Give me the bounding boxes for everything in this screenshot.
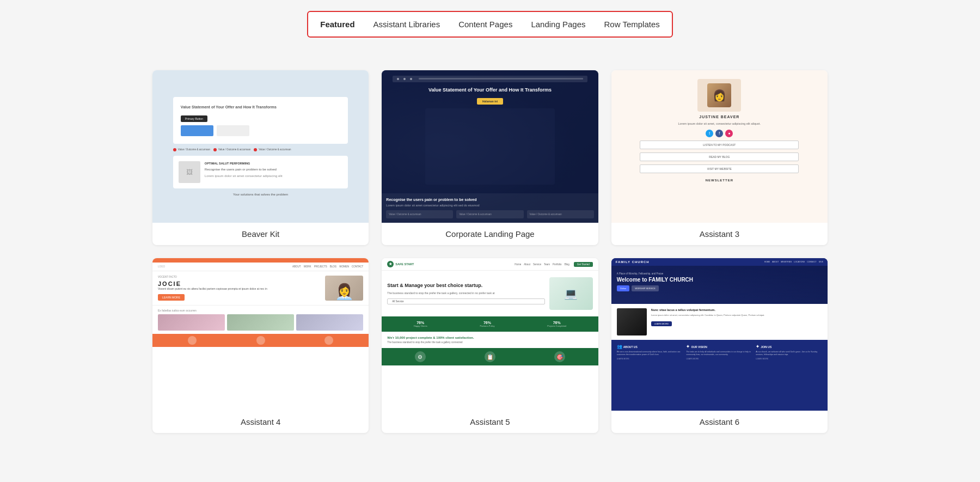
tab-content-pages[interactable]: Content Pages xyxy=(457,17,513,31)
a5-bottom: ⚙ 📋 🎯 xyxy=(382,348,598,365)
a3-instagram-btn[interactable]: ● xyxy=(725,130,733,137)
a3-twitter-btn[interactable]: t xyxy=(706,130,713,137)
a3-newsletter-label: NEWSLETTER xyxy=(706,179,733,182)
a3-socials: t f ● xyxy=(706,130,733,137)
template-card-assistant3[interactable]: 👩 JUSTINE BEAVER Lorem ipsum dolor sit a… xyxy=(611,70,828,245)
corp-hero-title: Value Statement of Your Offer and How It… xyxy=(428,87,552,94)
a5-hero-text: Start & Manage your best choice startup.… xyxy=(387,283,544,304)
a4-hero: VOCENT FACTO JOCIE Vocent dicam putent e… xyxy=(152,271,369,305)
template-card-assistant6[interactable]: FAMILY CHURCH HOME ABOUT MINISTRIES LOCA… xyxy=(611,258,828,433)
a5-bottom-icon-1: ⚙ xyxy=(415,351,426,362)
a3-name: JUSTINE BEAVER xyxy=(699,115,739,119)
template-name-assistant6: Assistant 6 xyxy=(611,411,828,433)
preview-assistant3: 👩 JUSTINE BEAVER Lorem ipsum dolor sit a… xyxy=(611,70,828,223)
a6-content-text: Nunc vitae lacus a tellus volutpat ferme… xyxy=(651,308,822,335)
a6-learn-btn[interactable]: LEARN MORE xyxy=(651,321,672,326)
bk-pain-text: OPTIMAL SALUT PERFORMING Recognise the u… xyxy=(205,161,283,183)
corp-hero-btn: Halaman ini xyxy=(477,98,503,105)
a4-section-title: Ex fabellas iudico eum occurren xyxy=(158,309,363,312)
a5-middle-title: We'r 10,000 project complete & 100% clie… xyxy=(387,336,592,339)
corp-overlay: Value Statement of Your Offer and How It… xyxy=(382,70,598,223)
tab-featured[interactable]: Featured xyxy=(319,17,356,31)
a6-about-title-2: ✦ OUR VISION xyxy=(686,344,752,349)
tab-assistant-libraries[interactable]: Assistant Libraries xyxy=(372,17,442,31)
template-name-assistant3: Assistant 3 xyxy=(611,223,828,245)
a6-about-col-1: 👥 ABOUT US We are a non-denominational c… xyxy=(617,344,683,360)
a6-hero-title: Welcome to FAMILY CHURCH xyxy=(617,277,822,283)
a5-hero: Start & Manage your best choice startup.… xyxy=(382,271,598,316)
a5-nav-links: Home About Service Team Portfolio Blog xyxy=(514,263,569,266)
a5-logo: ★ SAFE START xyxy=(387,261,414,267)
a5-nav-cta[interactable]: Get Started xyxy=(574,262,593,267)
a6-logo: FAMILY CHURCH xyxy=(616,260,650,264)
a4-gallery-item-1 xyxy=(158,314,225,331)
preview-assistant6: FAMILY CHURCH HOME ABOUT MINISTRIES LOCA… xyxy=(611,258,828,411)
a5-hero-image: 💻 xyxy=(549,277,593,310)
a4-body: Vocent dicam putent eu vix altera facili… xyxy=(158,287,321,291)
a6-content: Nunc vitae lacus a tellus volutpat ferme… xyxy=(611,304,828,340)
a6-about-col-2: ✦ OUR VISION The traits we do help all i… xyxy=(686,344,752,360)
bk-image-placeholder: 🖼 xyxy=(179,161,200,183)
a5-logo-icon: ★ xyxy=(387,261,394,267)
a3-blog-btn[interactable]: READ MY BLOG xyxy=(640,152,799,161)
a4-orange-bar xyxy=(152,258,369,263)
corp-nav xyxy=(393,76,587,82)
tab-row-templates[interactable]: Row Templates xyxy=(603,17,660,31)
template-name-corporate: Corporate Landing Page xyxy=(382,223,598,245)
preview-beaver-kit: Value Statement of Your Offer and How It… xyxy=(152,70,369,223)
a4-bottom-bar xyxy=(152,334,369,347)
template-card-corporate[interactable]: Value Statement of Your Offer and How It… xyxy=(382,70,598,245)
bk-badges: Value / Outcome & accumsan Value / Outco… xyxy=(173,148,348,151)
a6-about-link-2[interactable]: LEARN MORE xyxy=(686,358,752,360)
corp-pain-title: Recognise the users pain or problem to b… xyxy=(386,198,593,202)
template-card-assistant5[interactable]: ★ SAFE START Home About Service Team Por… xyxy=(382,258,598,433)
template-card-beaver-kit[interactable]: Value Statement of Your Offer and How It… xyxy=(152,70,369,245)
a6-hero-buttons: Online WORSHIP SERVICE xyxy=(617,285,822,291)
bk-primary-button: Primary Button xyxy=(181,115,207,122)
a4-gallery-item-2 xyxy=(227,314,294,331)
a6-about-title-1: 👥 ABOUT US xyxy=(617,344,683,349)
template-card-assistant4[interactable]: LOGO ABOUT WORK PROJECTS BLOG WOMEN CONT… xyxy=(152,258,369,433)
a6-content-title: Nunc vitae lacus a tellus volutpat ferme… xyxy=(651,308,822,312)
nav-tabs: Featured Assistant Libraries Content Pag… xyxy=(307,11,673,38)
a6-about-title-3: ✦ JOIN US xyxy=(756,344,822,349)
corp-pain-section: Recognise the users pain or problem to b… xyxy=(382,193,598,223)
a6-about-col-3: ✦ JOIN US At our church, we welcome all … xyxy=(756,344,822,360)
a4-hero-image: 👩‍💼 xyxy=(325,276,363,301)
a4-nav: LOGO ABOUT WORK PROJECTS BLOG WOMEN CONT… xyxy=(152,263,369,271)
corp-pain-desc: Lorem ipsum dolor sit amet consectetur a… xyxy=(386,204,593,208)
a6-hero: A Place of Worship, Fellowship, and Prai… xyxy=(611,266,828,304)
a6-about-text-3: At our church, we welcome all who seek G… xyxy=(756,351,822,356)
tab-landing-pages[interactable]: Landing Pages xyxy=(530,17,586,31)
a5-nav: ★ SAFE START Home About Service Team Por… xyxy=(382,258,598,271)
a5-stat-1: 76% Happy Clients xyxy=(414,321,427,327)
page-wrapper: Featured Assistant Libraries Content Pag… xyxy=(0,0,980,482)
a6-content-image xyxy=(617,308,647,335)
a6-about-link-3[interactable]: LEARN MORE xyxy=(756,358,822,360)
template-name-beaver-kit: Beaver Kit xyxy=(152,223,369,245)
a6-content-body: Lorem ipsum dolor sit amet, consectetur … xyxy=(651,314,822,317)
a5-bottom-icon-2: 📋 xyxy=(485,351,495,362)
a5-hero-desc: The business standard to stop the prefer… xyxy=(387,291,544,295)
a3-bio: Lorem ipsum dolor sit amet, consectetur … xyxy=(678,122,761,126)
a6-about-text-1: We are a non-denominational community wh… xyxy=(617,351,683,356)
a3-facebook-btn[interactable]: f xyxy=(715,130,723,137)
a5-hero-title: Start & Manage your best choice startup. xyxy=(387,283,544,289)
a6-about: 👥 ABOUT US We are a non-denominational c… xyxy=(611,340,828,364)
a6-worship-btn[interactable]: WORSHIP SERVICE xyxy=(632,285,659,291)
preview-corporate: Value Statement of Your Offer and How It… xyxy=(382,70,598,223)
a3-podcast-btn[interactable]: LISTEN TO MY PODCAST xyxy=(640,141,799,149)
a3-avatar: 👩 xyxy=(707,83,731,107)
a6-online-btn[interactable]: Online xyxy=(617,285,630,291)
a4-gallery xyxy=(158,314,363,331)
a5-stat-2: 76% Partners Policy xyxy=(480,321,495,327)
a5-stat-3: 76% Projects Completed xyxy=(547,321,566,327)
a6-about-link-1[interactable]: LEARN MORE xyxy=(617,358,683,360)
bk-hero-block: Value Statement of Your Offer and How It… xyxy=(173,97,348,143)
a6-nav-links: HOME ABOUT MINISTRIES LOCATIONS CONNECT … xyxy=(764,261,823,263)
corp-cards: Value / Outcome & accumsan Value / Outco… xyxy=(386,210,593,218)
a5-hero-btn[interactable]: All Service xyxy=(387,298,544,304)
a3-website-btn[interactable]: VISIT MY WEBSITE xyxy=(640,164,799,173)
template-name-assistant4: Assistant 4 xyxy=(152,411,369,433)
a4-learn-btn[interactable]: LEARN MORE xyxy=(158,294,185,301)
